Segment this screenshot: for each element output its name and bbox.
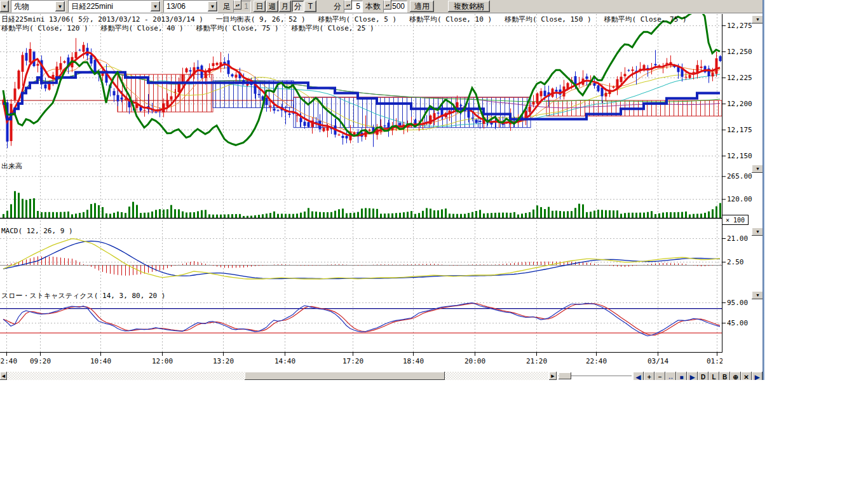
stop-button[interactable]: ■ (676, 372, 687, 380)
button-L[interactable]: L (709, 372, 719, 380)
bottom-bar: ◀ ▶ ◀＋－↔■▶DLB⊕✕▶ (0, 372, 763, 380)
zoom-slider-thumb[interactable] (559, 372, 571, 379)
scrollbar-thumb[interactable] (245, 372, 445, 380)
button-D[interactable]: D (698, 372, 709, 380)
chart-control-button-row: ◀＋－↔■▶DLB⊕✕▶ (633, 372, 763, 380)
jump-end-button[interactable]: ▶ (752, 372, 763, 380)
chart-application-window: ▼ 先物 ▼ 日経225mini ▼ 13/06 ▼ 足 1 ▴▾ 日週月分T … (0, 0, 764, 380)
crosshair-button[interactable]: ⊕ (730, 372, 741, 380)
play-button[interactable]: ▶ (687, 372, 698, 380)
window-right-edge (763, 0, 764, 380)
scroll-right-button[interactable]: ▶ (549, 372, 557, 380)
chart-panel: 日経225mini 13/06( 5分, 2013/03/12 - 2013/0… (0, 0, 764, 380)
chart-canvas[interactable] (0, 0, 764, 380)
button-B[interactable]: B (719, 372, 730, 380)
fit-width-button[interactable]: ↔ (665, 372, 676, 380)
zoom-out-button[interactable]: － (654, 372, 665, 380)
jump-start-button[interactable]: ◀ (633, 372, 644, 380)
volume-multiplier-badge: × 100 (722, 215, 749, 225)
scroll-left-button[interactable]: ◀ (0, 372, 7, 380)
zoom-in-button[interactable]: ＋ (644, 372, 654, 380)
close-button[interactable]: ✕ (741, 372, 752, 380)
